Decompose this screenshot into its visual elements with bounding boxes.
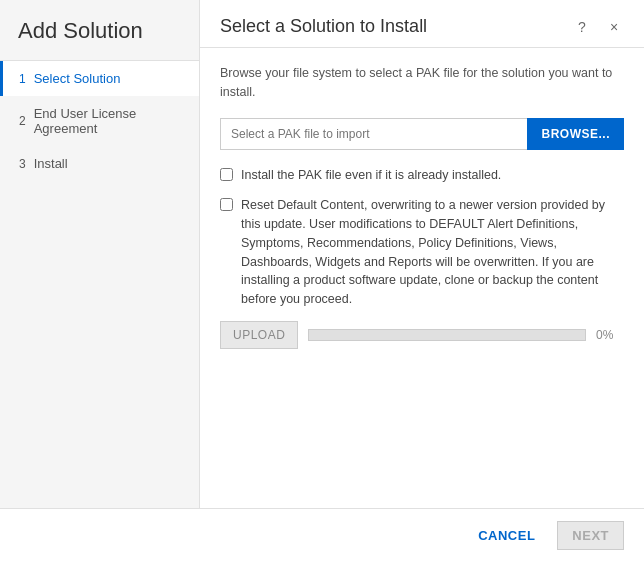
header-icons: ? ×: [572, 17, 624, 37]
main-title: Select a Solution to Install: [220, 16, 427, 37]
sidebar-item-label-1: Select Solution: [34, 71, 121, 86]
pak-file-input[interactable]: [220, 118, 527, 150]
install-anyway-label: Install the PAK file even if it is alrea…: [241, 166, 501, 185]
sidebar-item-select-solution[interactable]: 1 Select Solution: [0, 61, 199, 96]
file-input-row: BROWSE...: [220, 118, 624, 150]
next-button: NEXT: [557, 521, 624, 550]
sidebar-item-install[interactable]: 3 Install: [0, 146, 199, 181]
progress-bar-container: [308, 329, 586, 341]
upload-button: UPLOAD: [220, 321, 298, 349]
main-header: Select a Solution to Install ? ×: [200, 0, 644, 48]
main-content: Browse your file system to select a PAK …: [200, 48, 644, 508]
cancel-button[interactable]: CANCEL: [466, 522, 547, 549]
main-panel: Select a Solution to Install ? × Browse …: [200, 0, 644, 508]
reset-default-content-checkbox[interactable]: [220, 198, 233, 211]
description-text: Browse your file system to select a PAK …: [220, 64, 624, 102]
sidebar: Add Solution 1 Select Solution 2 End Use…: [0, 0, 200, 508]
dialog-body: Add Solution 1 Select Solution 2 End Use…: [0, 0, 644, 508]
sidebar-item-label-2: End User License Agreement: [34, 106, 183, 136]
browse-button[interactable]: BROWSE...: [527, 118, 624, 150]
add-solution-dialog: Add Solution 1 Select Solution 2 End Use…: [0, 0, 644, 562]
reset-default-content-label: Reset Default Content, overwriting to a …: [241, 196, 624, 309]
upload-row: UPLOAD 0%: [220, 321, 624, 349]
step-3-number: 3: [19, 157, 26, 171]
checkbox-row-1: Install the PAK file even if it is alrea…: [220, 166, 624, 185]
install-anyway-checkbox[interactable]: [220, 168, 233, 181]
footer: CANCEL NEXT: [0, 508, 644, 562]
sidebar-item-eula[interactable]: 2 End User License Agreement: [0, 96, 199, 146]
checkbox-row-2: Reset Default Content, overwriting to a …: [220, 196, 624, 309]
close-icon[interactable]: ×: [604, 17, 624, 37]
progress-label: 0%: [596, 328, 624, 342]
help-icon[interactable]: ?: [572, 17, 592, 37]
sidebar-item-label-3: Install: [34, 156, 68, 171]
step-2-number: 2: [19, 114, 26, 128]
sidebar-title: Add Solution: [0, 0, 199, 61]
step-1-number: 1: [19, 72, 26, 86]
